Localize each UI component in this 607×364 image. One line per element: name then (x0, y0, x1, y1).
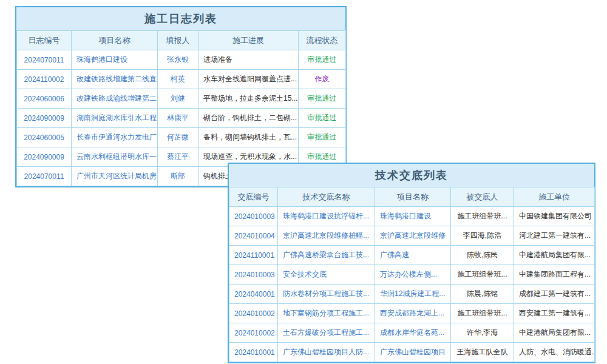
log-reporter-link[interactable]: 柯英 (158, 70, 198, 89)
technical-disclosure-header: 交底编号 技术交底名称 项目名称 被交底人 施工单位 (229, 187, 595, 207)
disclosure-receiver-cell: 施工班组带班... (451, 207, 514, 226)
log-id-link[interactable]: 2024090009 (17, 147, 72, 167)
log-project-link[interactable]: 湖南洞庭湖水库引水工程... (72, 109, 158, 128)
technical-disclosure-table: 交底编号 技术交底名称 项目名称 被交底人 施工单位 2024010003 珠海… (229, 187, 595, 362)
disclosure-unit-cell: 中建港航局集团有限... (514, 246, 595, 265)
disclosure-project-link[interactable]: 西安成都路龙湖上... (375, 304, 451, 323)
log-reporter-link[interactable]: 断部 (158, 167, 198, 186)
log-id-link[interactable]: 2024060006 (17, 89, 72, 109)
log-col-progress: 施工进展 (198, 31, 299, 50)
construction-log-panel: 施工日志列表 日志编号 项目名称 填报人 施工进展 流程状态 202407001… (15, 6, 347, 187)
disclosure-receiver-cell: 施工班组带班... (451, 304, 514, 323)
disclosure-id-link[interactable]: 2024040001 (229, 285, 278, 304)
log-col-reporter: 填报人 (158, 31, 198, 50)
disclosure-id-link[interactable]: 2024010001 (229, 343, 278, 362)
disclosure-id-link[interactable]: 2024010003 (229, 207, 278, 226)
disclosure-project-link[interactable]: 广佛高速 (375, 246, 451, 265)
disclosure-name-link[interactable]: 防水卷材分项工程施工技... (278, 285, 375, 304)
disclosure-name-link[interactable]: 珠海鹤港口建设抗浮锚杆... (278, 207, 375, 226)
disclosure-table-row[interactable]: 2024010002 土石方爆破分项工程施工... 成都水岸华庭名苑... 许华… (229, 323, 595, 343)
disclosure-name-link[interactable]: 广东佛山碧桂园项目人防... (278, 343, 375, 362)
log-table-row[interactable]: 2024090009 湖南洞庭湖水库引水工程... 林康平 砌台阶，钩机排土，二… (17, 109, 346, 128)
disclosure-unit-cell: 中国铁建集团有限公司 (514, 207, 595, 226)
log-table-row[interactable]: 2024060006 改建铁路成渝线增建第二... 刘健 平整场地，拉走多余泥土… (17, 89, 346, 109)
log-status-badge: 审批通过 (299, 109, 346, 128)
construction-log-title: 施工日志列表 (16, 7, 345, 30)
disclosure-receiver-cell: 陈晨,陈铭 (451, 285, 514, 304)
disclosure-table-row[interactable]: 2024010003 珠海鹤港口建设抗浮锚杆... 珠海鹤港口建设 施工班组带班… (229, 207, 595, 226)
log-status-badge: 审批通过 (299, 50, 346, 70)
disclosure-col-project: 项目名称 (375, 187, 451, 207)
disclosure-receiver-cell: 陈牧,陈民 (451, 246, 514, 265)
disclosure-name-link[interactable]: 广佛高速桥梁承台施工技... (278, 246, 375, 265)
log-col-id: 日志编号 (17, 31, 72, 50)
construction-log-header: 日志编号 项目名称 填报人 施工进展 流程状态 (17, 31, 346, 50)
log-col-status: 流程状态 (299, 31, 346, 50)
log-status-badge: 审批通过 (299, 128, 346, 147)
technical-disclosure-body: 2024010003 珠海鹤港口建设抗浮锚杆... 珠海鹤港口建设 施工班组带班… (229, 207, 595, 362)
disclosure-name-link[interactable]: 京沪高速北京段维修桩幅... (278, 226, 375, 246)
disclosure-table-row[interactable]: 2024040001 防水卷材分项工程施工技... 华润12城房建工程... 陈… (229, 285, 595, 304)
log-progress-cell: 备料，砌间墙钩机排土，瓦... (198, 128, 299, 147)
disclosure-col-receiver: 被交底人 (451, 187, 514, 207)
disclosure-receiver-cell: 许华,李海 (451, 323, 514, 343)
disclosure-col-unit: 施工单位 (514, 187, 595, 207)
disclosure-name-link[interactable]: 安全技术交底 (278, 265, 375, 285)
log-progress-cell: 平整场地，拉走多余泥土15... (198, 89, 299, 109)
disclosure-table-row[interactable]: 2024110001 广佛高速桥梁承台施工技... 广佛高速 陈牧,陈民 中建港… (229, 246, 595, 265)
log-id-link[interactable]: 2024090009 (17, 109, 72, 128)
log-id-link[interactable]: 2024070011 (17, 50, 72, 70)
disclosure-table-row[interactable]: 2024010003 安全技术交底 万达办公楼左侧... 施工班组带班... 中… (229, 265, 595, 285)
log-col-project: 项目名称 (72, 31, 158, 50)
disclosure-unit-cell: 中建集团路面工程有... (514, 265, 595, 285)
log-reporter-link[interactable]: 张永银 (158, 50, 198, 70)
log-progress-cell: 砌台阶，钩机排土，二包砌... (198, 109, 299, 128)
disclosure-unit-cell: 河北建工第一建筑有... (514, 226, 595, 246)
log-progress-cell: 水车对全线遮阳网覆盖点进... (198, 70, 299, 89)
disclosure-unit-cell: 西安建工第一建筑有... (514, 304, 595, 323)
disclosure-project-link[interactable]: 华润12城房建工程... (375, 285, 451, 304)
disclosure-id-link[interactable]: 2024010003 (229, 265, 278, 285)
disclosure-id-link[interactable]: 2024010002 (229, 323, 278, 343)
log-table-row[interactable]: 2024110002 改建铁路线增建第二线直... 柯英 水车对全线遮阳网覆盖点… (17, 70, 346, 89)
log-id-link[interactable]: 2024070011 (17, 167, 72, 186)
disclosure-id-link[interactable]: 2024110001 (229, 246, 278, 265)
log-reporter-link[interactable]: 何芷微 (158, 128, 198, 147)
disclosure-table-row[interactable]: 2024010004 京沪高速北京段维修桩幅... 京沪高速北京段维修 李四海,… (229, 226, 595, 246)
disclosure-unit-cell: 中建港航局集团有限... (514, 323, 595, 343)
disclosure-project-link[interactable]: 珠海鹤港口建设 (375, 207, 451, 226)
disclosure-project-link[interactable]: 京沪高速北京段维修 (375, 226, 451, 246)
log-status-badge: 作废 (299, 70, 346, 89)
log-project-link[interactable]: 珠海鹤港口建设 (72, 50, 158, 70)
disclosure-name-link[interactable]: 土石方爆破分项工程施工... (278, 323, 375, 343)
technical-disclosure-title: 技术交底列表 (229, 164, 594, 187)
disclosure-name-link[interactable]: 地下室钢筋分项工程施工... (278, 304, 375, 323)
disclosure-unit-cell: 成都建工第一建筑有... (514, 285, 595, 304)
log-reporter-link[interactable]: 林康平 (158, 109, 198, 128)
disclosure-receiver-cell: 施工班组带班... (451, 265, 514, 285)
log-project-link[interactable]: 改建铁路线增建第二线直... (72, 70, 158, 89)
disclosure-id-link[interactable]: 2024010004 (229, 226, 278, 246)
log-table-row[interactable]: 2024070011 珠海鹤港口建设 张永银 进场准备 审批通过 (17, 50, 346, 70)
log-project-link[interactable]: 改建铁路成渝线增建第二... (72, 89, 158, 109)
log-reporter-link[interactable]: 刘健 (158, 89, 198, 109)
disclosure-table-row[interactable]: 2024010002 地下室钢筋分项工程施工... 西安成都路龙湖上... 施工… (229, 304, 595, 323)
log-progress-cell: 进场准备 (198, 50, 299, 70)
technical-disclosure-panel: 技术交底列表 交底编号 技术交底名称 项目名称 被交底人 施工单位 202401… (228, 163, 595, 363)
log-status-badge: 审批通过 (299, 89, 346, 109)
disclosure-project-link[interactable]: 成都水岸华庭名苑... (375, 323, 451, 343)
log-id-link[interactable]: 2024060005 (17, 128, 72, 147)
disclosure-project-link[interactable]: 广东佛山碧桂园项目 (375, 343, 451, 362)
disclosure-col-id: 交底编号 (229, 187, 278, 207)
log-table-row[interactable]: 2024060005 长春市伊通河水力发电厂... 何芷微 备料，砌间墙钩机排土… (17, 128, 346, 147)
log-project-link[interactable]: 广州市天河区统计局机房... (72, 167, 158, 186)
disclosure-receiver-cell: 王海施工队全队 (451, 343, 514, 362)
log-id-link[interactable]: 2024110002 (17, 70, 72, 89)
disclosure-table-row[interactable]: 2024010001 广东佛山碧桂园项目人防... 广东佛山碧桂园项目 王海施工… (229, 343, 595, 362)
log-project-link[interactable]: 云南水利枢纽潜明水库一... (72, 147, 158, 167)
log-reporter-link[interactable]: 蔡江平 (158, 147, 198, 167)
disclosure-project-link[interactable]: 万达办公楼左侧... (375, 265, 451, 285)
disclosure-id-link[interactable]: 2024010002 (229, 304, 278, 323)
log-project-link[interactable]: 长春市伊通河水力发电厂... (72, 128, 158, 147)
disclosure-col-name: 技术交底名称 (278, 187, 375, 207)
